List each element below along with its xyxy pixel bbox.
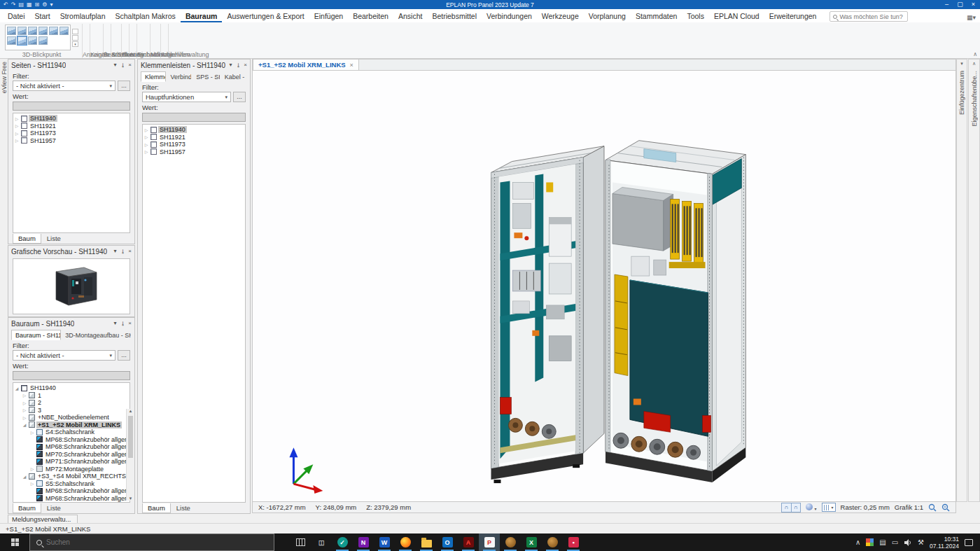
ribbon-layout-icon[interactable]: ▦▾ [967, 14, 976, 21]
viewpoint-cube-button[interactable] [7, 27, 16, 35]
tree-scrollbar[interactable]: ▲ ▼ [126, 409, 134, 501]
viewpoint-up-button[interactable] [72, 29, 78, 34]
viewpoint-cube-button[interactable] [28, 27, 37, 35]
eigenschaften-dock-tab[interactable]: ∧ Eigenschaftenübe... [968, 59, 980, 502]
close-icon[interactable]: × [128, 318, 132, 329]
tree-expander[interactable]: ▷ [22, 393, 27, 398]
tree-expander[interactable]: ▷ [14, 131, 20, 136]
tree-item[interactable]: ▷ +NBE_Notbedienelement [22, 414, 120, 421]
collapse-icon[interactable]: ∧ [972, 60, 976, 68]
close-icon[interactable]: × [244, 60, 247, 71]
tree-item[interactable]: ▷ MP72:Montageplatte [29, 466, 120, 473]
tree-item[interactable]: ◢ +S1_+S2 Mobil XRM_LINKS [22, 421, 120, 429]
undo-icon[interactable]: ↶ [4, 0, 8, 9]
panel-tab[interactable]: Klemmenl... [141, 71, 166, 82]
panel-menu-icon[interactable]: ▾ [114, 246, 117, 257]
tree-expander[interactable]: ▷ [29, 481, 35, 486]
close-icon[interactable]: × [128, 60, 132, 71]
tree-item[interactable]: ▷ SH11921 [14, 123, 129, 130]
viewpoint-cube-button[interactable] [38, 27, 48, 35]
design-mode-icon[interactable]: ∩ [791, 503, 800, 512]
tree-item[interactable]: MP71:Schrankzubehör allgemein [29, 458, 120, 466]
tree-item[interactable]: ◢ SH11940 [14, 384, 120, 392]
pin-icon[interactable]: ⊸ [117, 249, 128, 254]
minimize-button[interactable]: – [940, 0, 953, 9]
menu-bauraum[interactable]: Bauraum [181, 11, 223, 22]
filter-select[interactable]: Hauptfunktionen▾ [142, 92, 231, 102]
outlook-app[interactable]: O [437, 533, 458, 551]
tree-item[interactable]: ▷ 2 [22, 399, 120, 407]
volume-icon[interactable] [904, 538, 912, 547]
viewport-3d[interactable] [253, 71, 955, 501]
close-tab-icon[interactable]: × [350, 62, 354, 69]
viewpoint-cube-button[interactable] [49, 27, 58, 35]
search-input[interactable] [839, 13, 904, 20]
tree-expander[interactable]: ▷ [29, 430, 35, 435]
tab-liste[interactable]: Liste [41, 234, 66, 244]
wert-input[interactable] [13, 371, 130, 380]
menu-erweiterungen[interactable]: Erweiterungen [764, 11, 822, 22]
menu-vorplanung[interactable]: Vorplanung [584, 11, 631, 22]
task-view-button[interactable] [290, 533, 311, 551]
filter-select[interactable]: - Nicht aktiviert -▾ [13, 350, 115, 361]
menu-werkzeuge[interactable]: Werkzeuge [537, 11, 584, 22]
render-mode-dropdown[interactable]: ▾ [806, 503, 817, 512]
viewpoint-cube-button[interactable] [59, 27, 69, 35]
filter-select[interactable]: - Nicht aktiviert -▾ [13, 81, 115, 91]
tree-expander[interactable]: ▷ [29, 466, 35, 471]
collapse-ribbon-icon[interactable]: ∧ [973, 51, 977, 57]
panel-menu-icon[interactable]: ▾ [114, 318, 117, 329]
left-cabinet[interactable] [491, 146, 604, 483]
grid-icon[interactable]: ⊞ [35, 0, 40, 9]
filter-more-button[interactable]: ... [118, 350, 130, 361]
graphic-preview[interactable] [13, 258, 130, 314]
file-explorer-app[interactable] [416, 533, 437, 551]
tab-baum[interactable]: Baum [142, 503, 171, 513]
panel-tab[interactable]: Bauraum - SH11940 [11, 330, 61, 340]
action-center-icon[interactable] [965, 539, 973, 546]
tree-expander[interactable]: ▷ [14, 123, 20, 128]
tree-item[interactable]: ▷ SH11957 [14, 137, 129, 145]
tree-item[interactable]: MP70:Schrankzubehör allgemein [29, 451, 120, 459]
viewpoint-cube-button[interactable] [28, 36, 37, 45]
tree-expander[interactable]: ▷ [14, 138, 20, 143]
tab-baum[interactable]: Baum [13, 503, 41, 513]
insert-page-icon[interactable]: ▤ [18, 0, 24, 9]
tree-item[interactable]: ▷ S4:Schaltschrank [29, 428, 120, 436]
tray-tool-icon[interactable]: ⚒ [918, 538, 924, 546]
tree-item[interactable]: ▷ SH11957 [144, 148, 244, 156]
tree-item[interactable]: ▷ SH11973 [144, 141, 244, 148]
cookie-app[interactable] [500, 533, 521, 551]
viewpoint-cube-button[interactable] [18, 27, 27, 35]
wert-input[interactable] [142, 113, 246, 122]
scroll-up-icon[interactable]: ▲ [127, 409, 134, 413]
table-icon[interactable]: ▦ [27, 0, 32, 9]
menu-einfuegen[interactable]: Einfügen [309, 11, 348, 22]
panel-menu-icon[interactable]: ▾ [114, 60, 117, 71]
cookie-app-2[interactable] [542, 533, 563, 551]
tray-chevron-icon[interactable]: ∧ [855, 538, 860, 546]
taskbar-search-input[interactable] [46, 538, 267, 546]
zoom-area-icon[interactable] [941, 503, 950, 512]
tree-expander[interactable]: ◢ [22, 422, 27, 427]
tray-display-icon[interactable]: ▭ [892, 538, 898, 546]
red-app[interactable]: ▪ [563, 533, 584, 551]
tree-expander[interactable]: ▷ [144, 134, 149, 139]
tree-expander[interactable]: ▷ [144, 149, 149, 154]
tab-liste[interactable]: Liste [171, 503, 196, 513]
viewpoint-cube-button[interactable] [18, 36, 27, 45]
scroll-down-icon[interactable]: ▼ [127, 496, 134, 501]
tree-item[interactable]: ▷ 3 [22, 407, 120, 414]
filter-more-button[interactable]: ... [118, 81, 130, 91]
tree-item[interactable]: MP68:Schrankzubehör allgemein [29, 495, 120, 503]
document-tab[interactable]: +S1_+S2 Mobil XRM_LINKS × [253, 60, 359, 70]
tree-item[interactable]: ▷ SH11973 [14, 130, 129, 137]
tree-expander[interactable]: ▷ [22, 415, 27, 420]
grid-dropdown[interactable]: ▾ [822, 503, 836, 512]
wert-input[interactable] [13, 102, 130, 111]
qat-more-icon[interactable]: ▾ [50, 0, 52, 9]
menu-verbindungen[interactable]: Verbindungen [482, 11, 537, 22]
tree-item[interactable]: MP68:Schrankzubehör allgemein [29, 436, 120, 444]
tree-expander[interactable]: ▷ [22, 407, 27, 412]
pin-icon[interactable]: ⊸ [117, 321, 128, 326]
